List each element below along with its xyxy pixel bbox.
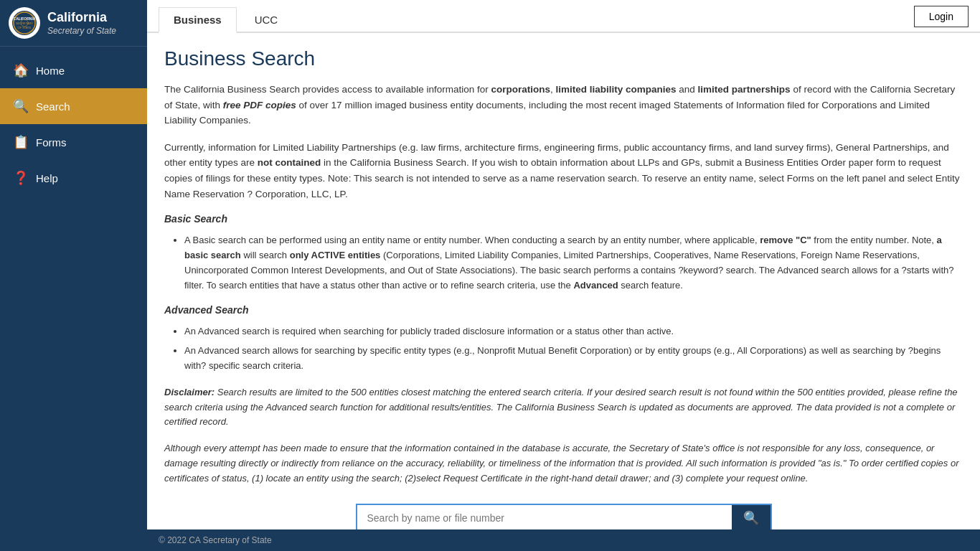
svg-text:CALIFORNIA: CALIFORNIA bbox=[14, 17, 36, 21]
app: CALIFORNIA SECRETARY OF STATE California… bbox=[0, 0, 980, 551]
search-input[interactable] bbox=[357, 505, 732, 529]
intro-paragraph-2: Currently, information for Limited Liabi… bbox=[164, 140, 963, 202]
main-layout: CALIFORNIA SECRETARY OF STATE California… bbox=[0, 0, 980, 551]
advanced-search-bullets: An Advanced search is required when sear… bbox=[164, 324, 963, 373]
advanced-bullet-2: An Advanced search allows for searching … bbox=[184, 344, 963, 374]
svg-text:SECRETARY: SECRETARY bbox=[16, 22, 33, 25]
search-button-icon: 🔍 bbox=[743, 511, 759, 525]
search-input-wrapper: 🔍 bbox=[356, 504, 772, 529]
help-icon: ❓ bbox=[13, 170, 29, 186]
basic-bullet-1: A Basic search can be performed using an… bbox=[184, 233, 963, 293]
sidebar-item-help-label: Help bbox=[36, 172, 58, 184]
state-seal-svg: CALIFORNIA SECRETARY OF STATE bbox=[11, 10, 37, 36]
page-content: Business Search The California Business … bbox=[147, 33, 980, 529]
sidebar-item-search[interactable]: 🔍 Search bbox=[0, 88, 147, 124]
footer: © 2022 CA Secretary of State bbox=[147, 529, 980, 551]
forms-icon: 📋 bbox=[13, 134, 29, 150]
tab-ucc[interactable]: UCC bbox=[240, 7, 293, 32]
state-seal-logo: CALIFORNIA SECRETARY OF STATE bbox=[9, 7, 40, 39]
tab-business[interactable]: Business bbox=[159, 7, 237, 33]
content-area: Business UCC Login Business Search The C… bbox=[147, 0, 980, 551]
page-title: Business Search bbox=[164, 47, 963, 70]
intro-paragraph-1: The California Business Search provides … bbox=[164, 82, 963, 128]
sidebar-item-forms[interactable]: 📋 Forms bbox=[0, 124, 147, 160]
sidebar-title: California bbox=[47, 10, 116, 26]
advanced-bullet-1: An Advanced search is required when sear… bbox=[184, 324, 963, 339]
sidebar-item-home[interactable]: 🏠 Home bbox=[0, 52, 147, 88]
sidebar-item-help[interactable]: ❓ Help bbox=[0, 160, 147, 196]
sidebar-item-search-label: Search bbox=[36, 100, 70, 113]
sidebar-title-block: California Secretary of State bbox=[47, 10, 116, 36]
footer-text: © 2022 CA Secretary of State bbox=[159, 535, 272, 545]
tabs-bar: Business UCC Login bbox=[147, 0, 980, 33]
basic-search-title: Basic Search bbox=[164, 213, 963, 225]
sidebar-item-home-label: Home bbox=[36, 65, 65, 77]
home-icon: 🏠 bbox=[13, 62, 29, 78]
sidebar-nav: 🏠 Home 🔍 Search 📋 Forms ❓ Help bbox=[0, 52, 147, 196]
basic-search-bullets: A Basic search can be performed using an… bbox=[164, 233, 963, 293]
search-bar-container: 🔍 bbox=[164, 498, 963, 529]
sidebar-header: CALIFORNIA SECRETARY OF STATE California… bbox=[0, 0, 147, 47]
advanced-search-title: Advanced Search bbox=[164, 304, 963, 316]
sidebar-subtitle: Secretary of State bbox=[47, 26, 116, 36]
search-button[interactable]: 🔍 bbox=[732, 505, 771, 529]
sidebar-item-forms-label: Forms bbox=[36, 136, 67, 149]
disclaimer-paragraph-1: Disclaimer: Search results are limited t… bbox=[164, 385, 963, 430]
sidebar: CALIFORNIA SECRETARY OF STATE California… bbox=[0, 0, 147, 551]
search-icon: 🔍 bbox=[13, 98, 29, 114]
disclaimer-paragraph-2: Although every attempt has been made to … bbox=[164, 441, 963, 486]
login-button[interactable]: Login bbox=[914, 6, 969, 27]
